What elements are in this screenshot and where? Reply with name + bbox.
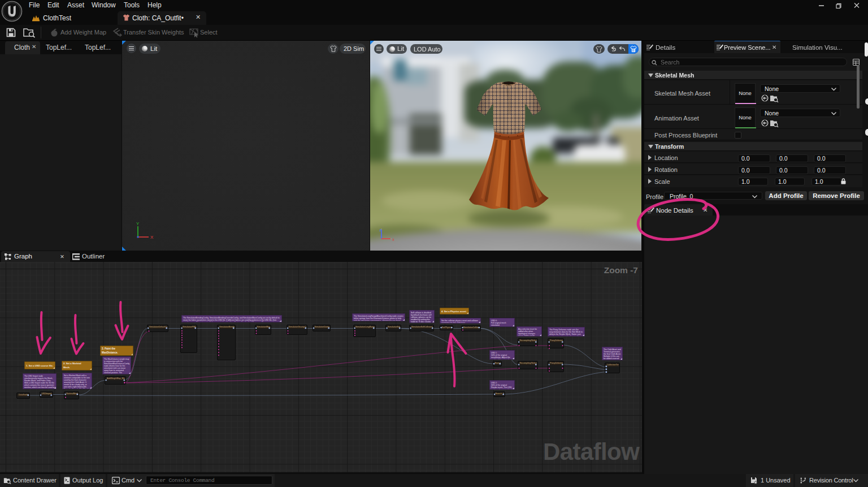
svg-text:X: X (150, 235, 154, 240)
svg-text:z: z (379, 228, 381, 232)
svg-text:x: x (392, 238, 394, 242)
svg-text:Y: Y (136, 222, 140, 226)
